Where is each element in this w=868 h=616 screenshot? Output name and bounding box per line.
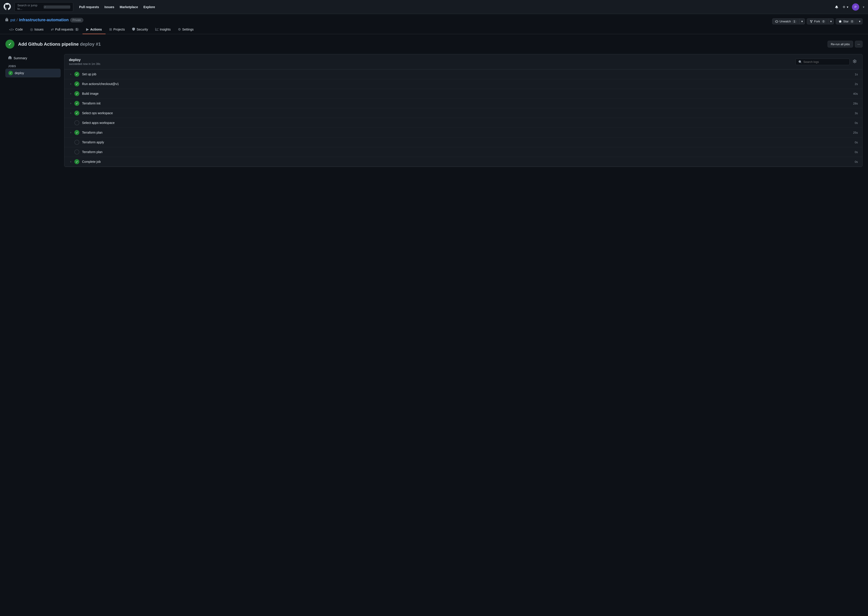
- log-panel-title: deploy: [69, 58, 100, 62]
- tab-issues[interactable]: ◎ Issues: [27, 25, 47, 34]
- log-step-terraform-plan-2[interactable]: Terraform plan 0s: [64, 147, 862, 157]
- notification-button[interactable]: [835, 5, 838, 9]
- step-name: Select ops workspace: [82, 111, 855, 115]
- step-name: Terraform plan: [82, 131, 853, 134]
- fork-count: 0: [821, 20, 826, 23]
- tab-security-label: Security: [136, 28, 148, 31]
- search-kbd: /: [44, 5, 70, 9]
- actions-content: Summary Jobs ✓ deploy deploy succeeded n…: [5, 54, 863, 167]
- log-search-input[interactable]: [803, 60, 847, 64]
- caret-down-icon: ▾: [847, 5, 848, 9]
- repo-name[interactable]: infrastructure-automation: [19, 18, 69, 22]
- step-name: Build image: [82, 92, 853, 96]
- tab-pull-requests[interactable]: ⇄ Pull requests 1: [47, 25, 83, 34]
- step-duration: 0s: [855, 150, 858, 154]
- log-step-terraform-plan-1[interactable]: › ✓ Terraform plan 25s: [64, 128, 862, 137]
- repo-action-buttons: Unwatch 1 ▾ Fork 0 ▾ Star 0: [772, 18, 863, 24]
- chevron-icon: ›: [69, 131, 72, 134]
- fork-group: Fork 0 ▾: [807, 18, 834, 24]
- new-button[interactable]: ▾: [842, 5, 848, 9]
- workflow-run-name: Add Github Actions pipeline: [18, 42, 79, 47]
- star-button[interactable]: Star 0: [836, 18, 857, 24]
- nav-issues[interactable]: Issues: [102, 4, 117, 10]
- nav-pull-requests[interactable]: Pull requests: [77, 4, 101, 10]
- tab-insights-label: Insights: [160, 28, 171, 31]
- tab-security[interactable]: Security: [128, 25, 152, 34]
- chevron-icon: ›: [69, 160, 72, 163]
- home-icon: [8, 56, 12, 60]
- log-step-checkout[interactable]: › ✓ Run actions/checkout@v1 2s: [64, 79, 862, 89]
- tab-actions[interactable]: ▶ Actions: [83, 25, 105, 34]
- log-panel-controls: [796, 58, 858, 65]
- step-status-icon: ✓: [74, 82, 79, 86]
- step-duration: 28s: [853, 102, 858, 105]
- log-settings-button[interactable]: [851, 58, 858, 65]
- summary-link[interactable]: Summary: [5, 54, 61, 62]
- sidebar-job-name: deploy: [15, 71, 24, 75]
- log-step-complete-job[interactable]: › ✓ Complete job 0s: [64, 157, 862, 167]
- unwatch-button[interactable]: Unwatch 1: [772, 18, 799, 24]
- star-caret-button[interactable]: ▾: [857, 18, 863, 24]
- actions-page: ✓ Add Github Actions pipeline deploy #1 …: [0, 34, 868, 172]
- step-status-icon: ✓: [74, 91, 79, 96]
- eye-icon: [775, 20, 778, 23]
- nav-marketplace[interactable]: Marketplace: [118, 4, 140, 10]
- step-status-icon: ✓: [74, 72, 79, 77]
- step-name: Complete job: [82, 160, 855, 163]
- log-step-build-image[interactable]: › ✓ Build image 40s: [64, 89, 862, 99]
- chevron-icon: ›: [69, 82, 72, 85]
- lock-icon: [5, 18, 9, 22]
- step-status-icon: [74, 140, 79, 145]
- github-logo[interactable]: [4, 3, 11, 11]
- fork-button[interactable]: Fork 0: [807, 18, 829, 24]
- step-duration: 3s: [855, 112, 858, 115]
- log-step-setup-job[interactable]: › ✓ Set up job 1s: [64, 69, 862, 79]
- plus-icon: [842, 5, 846, 9]
- pr-icon: ⇄: [51, 27, 54, 31]
- search-placeholder: Search or jump to...: [17, 4, 42, 10]
- nav-explore[interactable]: Explore: [141, 4, 157, 10]
- star-count: 0: [850, 20, 854, 23]
- step-name: Terraform plan: [82, 150, 855, 154]
- log-step-terraform-init[interactable]: › ✓ Terraform init 28s: [64, 99, 862, 108]
- workflow-success-icon: ✓: [5, 39, 14, 49]
- step-duration: 0s: [855, 160, 858, 163]
- log-step-select-ops-workspace[interactable]: › ✓ Select ops workspace 3s: [64, 108, 862, 118]
- bell-icon: [835, 5, 838, 9]
- step-status-icon: [74, 149, 79, 154]
- workflow-title-bar: ✓ Add Github Actions pipeline deploy #1 …: [5, 39, 863, 49]
- search-icon: [798, 60, 802, 63]
- log-panel-title-group: deploy succeeded now in 1m 39s: [69, 58, 100, 66]
- unwatch-caret-button[interactable]: ▾: [799, 18, 805, 24]
- sidebar-job-deploy[interactable]: ✓ deploy: [5, 69, 61, 77]
- step-duration: 1s: [855, 72, 858, 76]
- job-success-icon: ✓: [8, 71, 13, 75]
- avatar[interactable]: P: [852, 3, 859, 11]
- pr-count: 1: [75, 28, 79, 31]
- log-step-terraform-apply[interactable]: Terraform apply 0s: [64, 137, 862, 147]
- fork-icon: [810, 20, 813, 23]
- tab-actions-label: Actions: [90, 28, 102, 31]
- chevron-icon: ›: [69, 72, 72, 76]
- issue-icon: ◎: [30, 27, 33, 31]
- chevron-icon: ›: [69, 102, 72, 105]
- repo-owner[interactable]: pst: [10, 18, 15, 22]
- step-status-icon: [74, 120, 79, 125]
- step-duration: 40s: [853, 92, 858, 96]
- tab-settings[interactable]: ⚙ Settings: [174, 25, 197, 34]
- rerun-all-jobs-button[interactable]: Re-run all jobs: [827, 41, 853, 47]
- log-panel-header: deploy succeeded now in 1m 39s: [64, 54, 862, 69]
- tab-insights[interactable]: Insights: [152, 25, 174, 34]
- log-step-select-apps-workspace[interactable]: Select apps workspace 0s: [64, 118, 862, 128]
- more-options-button[interactable]: ···: [855, 41, 863, 47]
- log-search-box[interactable]: [796, 58, 850, 65]
- workflow-title: Add Github Actions pipeline deploy #1: [18, 42, 824, 47]
- search-box[interactable]: Search or jump to... /: [14, 2, 73, 12]
- repo-separator: /: [17, 18, 17, 22]
- fork-caret-button[interactable]: ▾: [829, 18, 834, 24]
- tab-projects[interactable]: ⊞ Projects: [105, 25, 128, 34]
- avatar-caret-icon[interactable]: ▾: [863, 5, 864, 9]
- repo-private-badge: Private: [70, 18, 83, 22]
- log-panel: deploy succeeded now in 1m 39s: [64, 54, 863, 167]
- tab-code[interactable]: </> Code: [5, 25, 27, 34]
